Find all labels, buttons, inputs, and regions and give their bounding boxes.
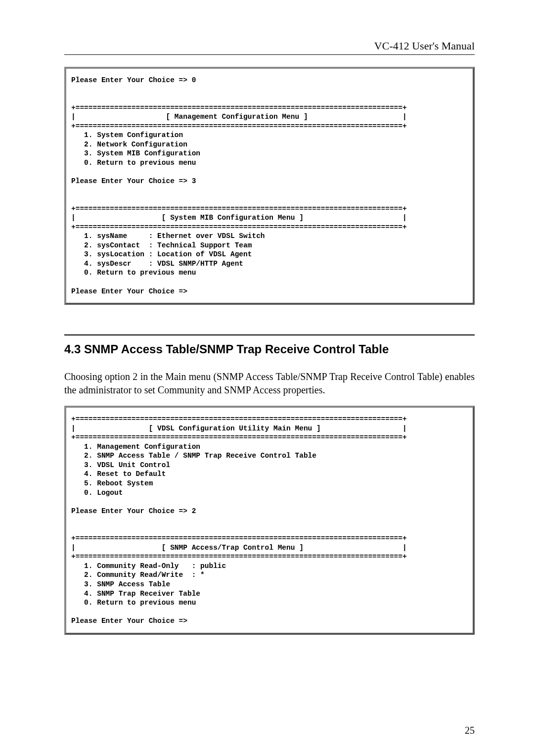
- menu-banner: | [ SNMP Access/Trap Control Menu ] |: [71, 544, 407, 552]
- terminal-box-1: Please Enter Your Choice => 0 +=========…: [64, 67, 475, 305]
- ascii-rule: +=======================================…: [71, 205, 407, 213]
- menu-item: 4. Reset to Default: [71, 470, 166, 478]
- menu-item: 1. Management Configuration: [71, 443, 200, 451]
- menu-banner: | [ VDSL Configuration Utility Main Menu…: [71, 425, 407, 432]
- menu-item: 1. System Configuration: [71, 131, 183, 139]
- menu-item: 0. Return to previous menu: [71, 599, 196, 607]
- section-heading: 4.3 SNMP Access Table/SNMP Trap Receive …: [64, 342, 475, 356]
- menu-item: 2. Community Read/Write : *: [71, 571, 205, 579]
- menu-banner: | [ System MIB Configuration Menu ] |: [71, 214, 407, 222]
- menu-item: 0. Return to previous menu: [71, 159, 196, 167]
- header-title: VC-412 User's Manual: [64, 40, 475, 52]
- menu-item: 2. SNMP Access Table / SNMP Trap Receive…: [71, 452, 316, 460]
- terminal-content-2: +=======================================…: [71, 415, 468, 626]
- section-rule: [64, 334, 475, 335]
- ascii-rule: +=======================================…: [71, 223, 407, 231]
- prompt: Please Enter Your Choice =>: [71, 617, 187, 625]
- menu-item: 3. System MIB Configuration: [71, 149, 200, 157]
- menu-item: 5. Reboot System: [71, 479, 153, 487]
- menu-item: 1. sysName : Ethernet over VDSL Switch: [71, 232, 265, 240]
- ascii-rule: +=======================================…: [71, 553, 407, 561]
- section-paragraph: Choosing option 2 in the Main menu (SNMP…: [64, 370, 475, 397]
- menu-item: 1. Community Read-Only : public: [71, 562, 226, 570]
- menu-item: 0. Return to previous menu: [71, 269, 196, 277]
- menu-item: 3. sysLocation : Location of VDSL Agent: [71, 250, 252, 258]
- ascii-rule: +=======================================…: [71, 122, 407, 130]
- header-rule: [64, 54, 475, 55]
- terminal-content-1: Please Enter Your Choice => 0 +=========…: [71, 76, 468, 296]
- menu-item: 0. Logout: [71, 489, 123, 497]
- page-number: 25: [465, 725, 475, 736]
- terminal-box-2: +=======================================…: [64, 406, 475, 635]
- ascii-rule: +=======================================…: [71, 415, 407, 423]
- ascii-rule: +=======================================…: [71, 433, 407, 441]
- menu-item: 2. Network Configuration: [71, 141, 187, 148]
- menu-banner: | [ Management Configuration Menu ] |: [71, 113, 407, 121]
- menu-item: 4. sysDescr : VDSL SNMP/HTTP Agent: [71, 260, 243, 268]
- menu-item: 3. VDSL Unit Control: [71, 461, 170, 469]
- prompt: Please Enter Your Choice => 2: [71, 507, 196, 515]
- menu-item: 2. sysContact : Technical Support Team: [71, 241, 252, 249]
- prompt: Please Enter Your Choice => 3: [71, 177, 196, 185]
- menu-item: 3. SNMP Access Table: [71, 580, 170, 588]
- prompt: Please Enter Your Choice => 0: [71, 76, 196, 84]
- ascii-rule: +=======================================…: [71, 534, 407, 542]
- ascii-rule: +=======================================…: [71, 104, 407, 112]
- prompt: Please Enter Your Choice =>: [71, 287, 187, 295]
- menu-item: 4. SNMP Trap Receiver Table: [71, 590, 200, 598]
